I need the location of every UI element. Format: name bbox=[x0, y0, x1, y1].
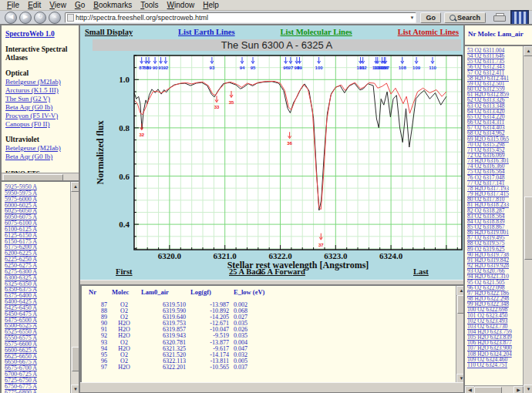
table-row: 97 H2O 6322.201 -10.565 0.037 bbox=[86, 364, 278, 371]
svg-text:108: 108 bbox=[399, 66, 407, 70]
svg-text:89: 89 bbox=[146, 66, 152, 70]
print-icon[interactable] bbox=[493, 13, 506, 22]
table-body: 87 O2 6319.510 -13.987 0.002 88 O2 6319.… bbox=[86, 302, 278, 371]
star-atlas-link[interactable]: Beta Aqr (G0 Ib) bbox=[5, 103, 77, 112]
navigation-toolbar: ◀ ▶ ↻ × ▼ Go Search bbox=[0, 11, 532, 25]
svg-text:110: 110 bbox=[429, 66, 436, 70]
cell-nr: 97 bbox=[86, 364, 109, 371]
ultraviolet-heading: Ultraviolet bbox=[5, 136, 77, 144]
scrollbar-thumb[interactable] bbox=[474, 387, 502, 393]
menu-item[interactable]: View bbox=[45, 1, 70, 9]
svg-text:32: 32 bbox=[139, 133, 144, 137]
svg-text:93: 93 bbox=[210, 66, 215, 70]
go-button[interactable]: Go bbox=[420, 12, 441, 23]
cell-log-gf: -10.565 bbox=[188, 364, 231, 371]
right-vscrollbar[interactable]: ▲ ▼ bbox=[523, 46, 532, 393]
url-dropdown-icon[interactable]: ▼ bbox=[408, 15, 416, 20]
page-icon bbox=[67, 14, 74, 22]
menu-item[interactable]: Tools bbox=[136, 1, 162, 9]
table-header: Lam0_air bbox=[139, 288, 188, 302]
chart-title: The Sun 6300 A - 6325 A bbox=[93, 39, 461, 51]
svg-text:36: 36 bbox=[287, 141, 292, 146]
table-header: E_low (eV) bbox=[231, 288, 278, 302]
browser-logo-icon[interactable] bbox=[510, 10, 529, 25]
line-data-table: NrMolecLam0_airLog(gf)E_low (eV) 87 O2 6… bbox=[86, 288, 278, 371]
svg-text:0.6: 0.6 bbox=[119, 172, 130, 181]
svg-text:6324.0: 6324.0 bbox=[379, 251, 403, 260]
svg-text:33: 33 bbox=[214, 105, 220, 109]
spectroweb-home-link[interactable]: SpectroWeb 1.0 bbox=[5, 30, 55, 38]
right-hscrollbar[interactable]: ◀ ▶ bbox=[465, 385, 524, 393]
address-bar: ▼ bbox=[65, 12, 416, 23]
wavelength-ranges-frame: 5925-5950 A5950-5975 A5975-6000 A6000-60… bbox=[0, 180, 82, 393]
star-atlas-link[interactable]: Beta Aqr (G0 Ib) bbox=[5, 153, 77, 161]
svg-text:95: 95 bbox=[251, 66, 256, 70]
list-molecular-lines-link[interactable]: List Molecular Lines bbox=[281, 28, 352, 36]
table-header: Molec bbox=[109, 288, 139, 302]
search-button[interactable]: Search bbox=[444, 12, 486, 23]
main-bottom-scroll-band[interactable] bbox=[80, 382, 465, 393]
list-atomic-lines-link[interactable]: List Atomic Lines bbox=[398, 28, 459, 36]
chart-nav-row: First 25 A Back 25 A Forward Last bbox=[80, 267, 465, 277]
star-atlas-link[interactable]: Betelgeuse (M2Iab) bbox=[5, 144, 77, 153]
cell-molec: H2O bbox=[109, 364, 139, 371]
star-atlas-link[interactable]: Procyon (F5 IV-V) bbox=[5, 112, 77, 120]
list-earth-lines-link[interactable]: List Earth Lines bbox=[178, 28, 235, 36]
line-list-frame: 53 O2 6311.00454 O2 6311.64655 O2 6311.7… bbox=[463, 45, 532, 393]
reload-button[interactable]: ↻ bbox=[34, 12, 46, 24]
menu-item[interactable]: Help bbox=[199, 1, 223, 9]
star-atlas-link[interactable]: Canopus (F0 II) bbox=[5, 120, 77, 129]
sidebar-subtitle: Interactive Spectral Atlases bbox=[5, 45, 77, 62]
table-header: Log(gf) bbox=[188, 288, 231, 302]
stop-button[interactable]: × bbox=[49, 12, 61, 24]
menu-bar: FileEditViewGoBookmarksToolsWindowHelp bbox=[0, 0, 532, 11]
forward-button[interactable]: ▶ bbox=[19, 12, 32, 24]
nav-forward-link[interactable]: 25 A Forward bbox=[258, 267, 305, 276]
nav-last-link[interactable]: Last bbox=[413, 267, 429, 276]
optical-heading: Optical bbox=[5, 69, 77, 78]
svg-text:109: 109 bbox=[412, 66, 421, 70]
nav-first-link[interactable]: First bbox=[116, 267, 133, 276]
back-button[interactable]: ◀ bbox=[5, 12, 17, 24]
menu-item[interactable]: Edit bbox=[24, 1, 45, 9]
svg-text:1.0: 1.0 bbox=[119, 75, 130, 84]
nav-buttons: ◀ ▶ ↻ × bbox=[5, 12, 61, 24]
atlas-sidebar-frame: SpectroWeb 1.0 Interactive Spectral Atla… bbox=[0, 24, 82, 183]
svg-text:107: 107 bbox=[382, 66, 390, 70]
svg-text:37: 37 bbox=[318, 243, 324, 247]
svg-text:99: 99 bbox=[297, 66, 302, 70]
line-table-panel: NrMolecLam0_airLog(gf)E_low (eV) 87 O2 6… bbox=[80, 284, 466, 385]
magnifier-icon bbox=[450, 15, 456, 21]
svg-text:Normalized flux: Normalized flux bbox=[95, 121, 106, 185]
wavelength-range-link[interactable]: 6775-6800 A bbox=[5, 390, 80, 393]
menu-item[interactable]: Window bbox=[163, 1, 199, 9]
scrollbar-thumb[interactable] bbox=[524, 196, 532, 260]
cell-e-low: 0.037 bbox=[231, 364, 278, 371]
svg-text:0.4: 0.4 bbox=[119, 220, 130, 229]
display-links-row: Small Display List Earth Lines List Mole… bbox=[85, 28, 459, 36]
spectrum-chart: 6320.06321.06322.06323.06324.01.00.80.60… bbox=[93, 51, 463, 273]
star-atlas-link[interactable]: Betelgeuse (M2Iab) bbox=[5, 78, 77, 86]
line-list-header: Nr Molec Lam_air bbox=[465, 25, 532, 38]
spectrum-main-frame: Small Display List Earth Lines List Mole… bbox=[79, 24, 466, 393]
menu-item[interactable]: Bookmarks bbox=[89, 1, 136, 9]
scroll-down-icon[interactable]: ▼ bbox=[524, 385, 532, 393]
optical-links: Betelgeuse (M2Iab)Arcturus (K1.5 III)The… bbox=[5, 78, 77, 129]
url-input[interactable] bbox=[76, 14, 408, 22]
menu-item[interactable]: Go bbox=[71, 1, 89, 9]
svg-text:94: 94 bbox=[240, 66, 245, 70]
svg-text:90: 90 bbox=[153, 66, 158, 70]
small-display-link[interactable]: Small Display bbox=[85, 28, 133, 36]
line-list: 53 O2 6311.00454 O2 6311.64655 O2 6311.7… bbox=[465, 46, 532, 368]
scroll-right-icon[interactable]: ▶ bbox=[513, 386, 524, 393]
svg-text:6320.0: 6320.0 bbox=[158, 251, 182, 260]
svg-text:0.8: 0.8 bbox=[119, 123, 130, 133]
wavelength-range-list: 5925-5950 A5950-5975 A5975-6000 A6000-60… bbox=[2, 182, 80, 393]
star-atlas-link[interactable]: Arcturus (K1.5 III) bbox=[5, 86, 77, 95]
uv-links: Betelgeuse (M2Iab)Beta Aqr (G0 Ib) bbox=[5, 144, 77, 161]
star-atlas-link[interactable]: The Sun (G2 V) bbox=[5, 95, 77, 103]
scroll-up-icon[interactable]: ▲ bbox=[524, 46, 532, 56]
menu-item[interactable]: File bbox=[3, 1, 23, 9]
cell-lam0-air: 6322.201 bbox=[139, 364, 188, 371]
browser-window: { "browser": { "menus": ["File","Edit","… bbox=[0, 0, 532, 393]
